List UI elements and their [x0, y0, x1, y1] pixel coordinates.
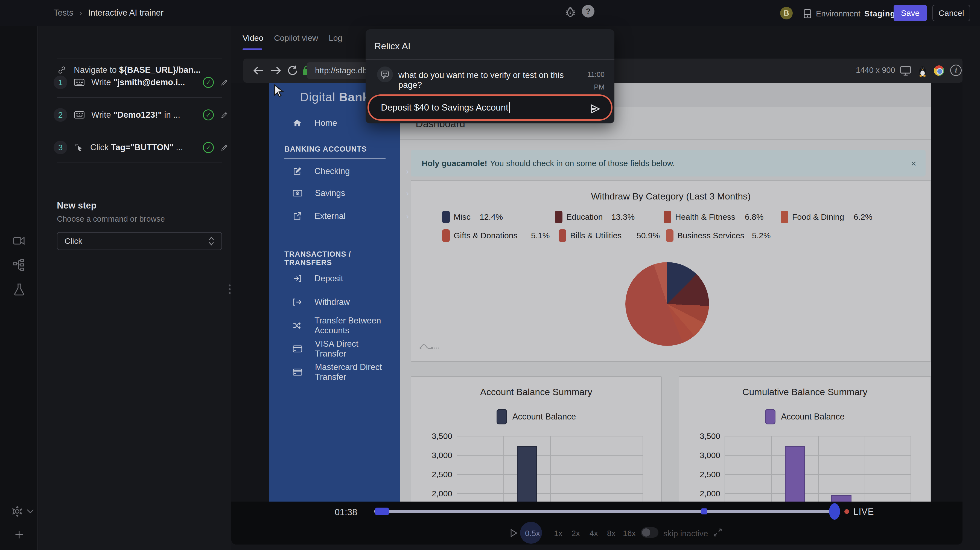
flask-icon[interactable]: [13, 283, 26, 296]
step-success-icon: ✓: [203, 77, 214, 88]
edit-pencil-icon[interactable]: [220, 143, 229, 151]
chat-input[interactable]: Deposit $40 to Savings Account: [368, 94, 612, 121]
skip-inactive-toggle[interactable]: [641, 527, 659, 538]
speed-4x[interactable]: 4x: [590, 529, 598, 538]
timeline-slider[interactable]: [374, 510, 835, 513]
bank-nav-transfer[interactable]: Transfer Between Accounts: [293, 318, 391, 333]
keyboard-icon: [74, 78, 85, 87]
shuffle-icon: [293, 321, 302, 330]
bank-nav-deposit[interactable]: Deposit: [293, 271, 391, 286]
edit-pencil-icon[interactable]: [220, 78, 229, 86]
assistant-message: what do you want me to verify or test on…: [398, 70, 579, 90]
step-number: 2: [54, 108, 67, 122]
legend-item[interactable]: Bills & Utilities50.9%: [558, 229, 660, 242]
step-success-icon: ✓: [203, 110, 214, 120]
pencil-square-icon: [293, 167, 302, 176]
new-step-heading: New step: [57, 200, 97, 211]
bar-cumulative-balance[interactable]: [785, 446, 805, 502]
play-icon[interactable]: [508, 528, 519, 538]
legend-item[interactable]: Gifts & Donations5.1%: [442, 229, 550, 242]
video-stage[interactable]: Digital Bank Home BANKING ACCOUNTS Check…: [231, 83, 963, 502]
dialog-title: Relicx AI: [374, 41, 410, 51]
forward-icon[interactable]: [270, 65, 282, 77]
linux-penguin-icon: [917, 65, 928, 77]
chevron-right-icon: ›: [406, 212, 409, 221]
bank-nav-checking[interactable]: Checking›: [293, 164, 391, 179]
help-icon[interactable]: ?: [582, 5, 595, 18]
timeline-start-handle[interactable]: [375, 508, 389, 515]
bank-section-transactions: TRANSACTIONS / TRANSFERS: [285, 250, 400, 267]
legend-item[interactable]: Business Services5.2%: [666, 229, 770, 242]
monitor-icon[interactable]: [900, 65, 912, 77]
active-tab-underline: [243, 48, 262, 50]
page-title: Interactive AI trainer: [88, 8, 164, 18]
environment-value[interactable]: Staging: [864, 9, 895, 18]
external-link-icon: [293, 212, 302, 221]
pie-chart-title: Withdraw By Category (Last 3 Months): [411, 191, 931, 202]
add-step-icon[interactable]: [14, 530, 24, 540]
flow-tree-icon[interactable]: [13, 258, 26, 271]
pie-chart[interactable]: [625, 262, 709, 346]
bar-cumulative-balance[interactable]: [831, 495, 851, 502]
info-icon[interactable]: i: [950, 65, 962, 76]
timeline-event-marker[interactable]: [701, 509, 707, 515]
sparkline-icon: [420, 341, 440, 350]
alert-close-icon[interactable]: ×: [911, 158, 916, 169]
bank-nav-mastercard-transfer[interactable]: Mastercard Direct Transfer: [293, 365, 391, 380]
live-label: LIVE: [853, 507, 874, 517]
breadcrumb-tests-link[interactable]: Tests: [54, 8, 73, 18]
legend-item[interactable]: Education13.3%: [555, 211, 635, 223]
send-icon[interactable]: [589, 103, 601, 115]
step-row-2[interactable]: 2 Write "Demo123!" in ... ✓: [54, 103, 229, 127]
tab-video[interactable]: Video: [243, 33, 263, 43]
credit-card-icon: [293, 344, 302, 353]
edit-pencil-icon[interactable]: [220, 111, 229, 119]
chart-legend[interactable]: Account Balance: [411, 409, 661, 424]
bank-nav-external[interactable]: External›: [293, 209, 391, 224]
bar-account-balance[interactable]: [517, 446, 537, 502]
legend-item[interactable]: Food & Dining6.2%: [781, 211, 872, 223]
tab-log[interactable]: Log: [329, 33, 342, 43]
new-step-subtitle: Choose a command or browse: [57, 215, 165, 223]
speed-8x[interactable]: 8x: [607, 529, 616, 538]
tab-copilot-view[interactable]: Copilot view: [274, 33, 318, 43]
banknote-icon: [293, 188, 302, 198]
relicx-ai-dialog: Relicx AI what do you want me to verify …: [366, 29, 614, 123]
timeline-playhead[interactable]: [829, 503, 840, 520]
command-select[interactable]: Click: [57, 232, 222, 250]
bank-nav-withdraw[interactable]: Withdraw: [293, 295, 391, 310]
bank-nav-savings[interactable]: Savings›: [293, 185, 391, 201]
user-avatar[interactable]: B: [780, 7, 793, 19]
chat-bot-icon: [377, 67, 393, 82]
sign-out-icon: [293, 297, 302, 307]
fullscreen-icon[interactable]: [713, 527, 723, 538]
top-bar: Tests › Interactive AI trainer ? B Envir…: [0, 0, 980, 26]
gear-icon[interactable]: [11, 505, 24, 518]
select-chevrons-icon: [208, 236, 215, 246]
save-button[interactable]: Save: [894, 5, 927, 21]
chevron-down-icon[interactable]: [26, 509, 35, 515]
step-row-3[interactable]: 3 Click Tag="BUTTON" ... ✓: [54, 135, 229, 160]
refresh-icon[interactable]: [286, 65, 299, 77]
chart-legend[interactable]: Account Balance: [679, 409, 931, 424]
step-row-1[interactable]: 1 Write "jsmith@demo.i... ✓: [54, 70, 229, 95]
speed-0.5x[interactable]: 0.5x: [525, 529, 540, 538]
legend-item[interactable]: Health & Fitness6.8%: [663, 211, 764, 223]
legend-item[interactable]: Misc12.4%: [442, 211, 503, 223]
environment-icon: [803, 8, 812, 19]
speed-16x[interactable]: 16x: [623, 529, 636, 538]
left-icon-rail: [0, 0, 38, 550]
sign-in-icon: [293, 274, 302, 283]
bank-nav-visa-transfer[interactable]: VISA Direct Transfer: [293, 341, 391, 357]
bug-report-icon[interactable]: [564, 5, 577, 19]
video-camera-icon[interactable]: [13, 234, 26, 247]
home-icon: [293, 118, 302, 128]
cancel-button[interactable]: Cancel: [932, 5, 970, 21]
credit-card-icon: [293, 368, 302, 376]
bank-app-screenshot: Digital Bank Home BANKING ACCOUNTS Check…: [269, 83, 931, 502]
speed-1x[interactable]: 1x: [554, 529, 562, 538]
alert-banner: Holy guacamole!You should check in on so…: [411, 150, 926, 177]
back-icon[interactable]: [253, 65, 265, 77]
speed-2x[interactable]: 2x: [571, 529, 580, 538]
bar-plot-area: [457, 436, 643, 502]
